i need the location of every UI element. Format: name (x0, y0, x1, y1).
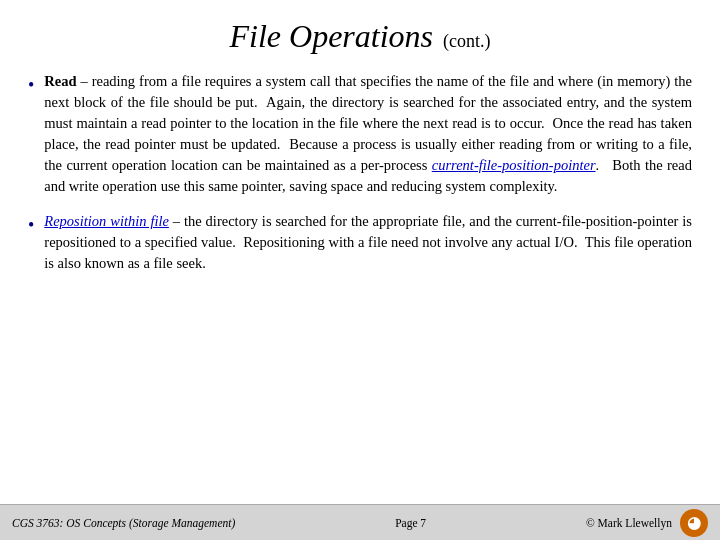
bullet-text-reposition: Reposition within file – the directory i… (44, 211, 692, 274)
cfpp-link-read: current-file-position-pointer (432, 157, 596, 173)
bullet-read: • Read – reading from a file requires a … (28, 71, 692, 197)
footer-left: CGS 3763: OS Concepts (Storage Managemen… (12, 517, 235, 529)
footer-right: © Mark Llewellyn ◕ (586, 509, 708, 537)
title-area: File Operations (cont.) (28, 18, 692, 55)
content-area: • Read – reading from a file requires a … (28, 71, 692, 494)
title-sub: (cont.) (443, 31, 490, 51)
bullet-reposition: • Reposition within file – the directory… (28, 211, 692, 274)
logo-icon: ◕ (680, 509, 708, 537)
bullet-dot-reposition: • (28, 213, 34, 238)
bullet-dot-read: • (28, 73, 34, 98)
footer-page: Page 7 (395, 517, 426, 529)
bullet-text-read: Read – reading from a file requires a sy… (44, 71, 692, 197)
footer: CGS 3763: OS Concepts (Storage Managemen… (0, 504, 720, 540)
footer-copyright: © Mark Llewellyn (586, 517, 672, 529)
title-main: File Operations (229, 18, 433, 54)
reposition-label: Reposition within file (44, 213, 169, 229)
slide: File Operations (cont.) • Read – reading… (0, 0, 720, 540)
read-label: Read (44, 73, 76, 89)
